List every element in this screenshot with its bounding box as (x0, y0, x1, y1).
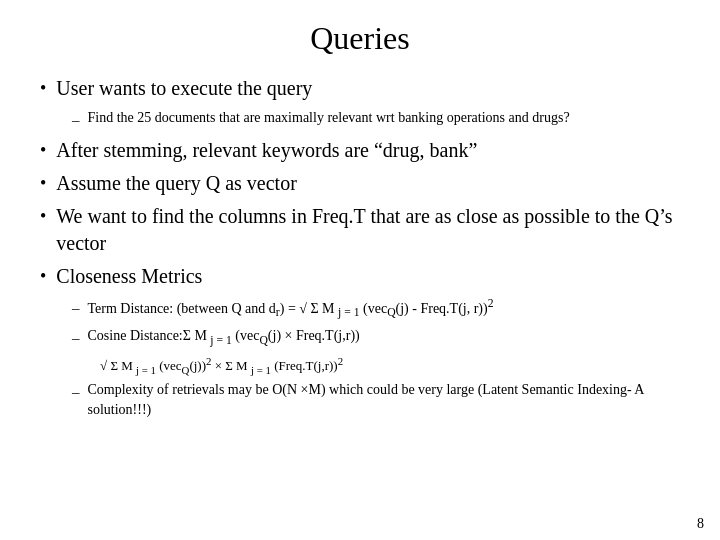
sub-dash-1a: – (72, 110, 80, 131)
sub-bullet-5b: – Cosine Distance:Σ M j = 1 (vecQ(j) × F… (72, 326, 680, 349)
sub-text-5d: Complexity of retrievals may be O(N ×M) … (88, 380, 681, 419)
sub-dash-5d: – (72, 382, 80, 403)
bullet-dot-2: • (40, 138, 46, 163)
bullet-text-1: User wants to execute the query (56, 75, 312, 102)
sub-bullet-1a: – Find the 25 documents that are maximal… (72, 108, 680, 131)
bullet-text-5: Closeness Metrics (56, 263, 202, 290)
sub-dash-5b: – (72, 328, 80, 349)
bullet-dot-5: • (40, 264, 46, 289)
slide-title: Queries (40, 20, 680, 57)
bullet-item-2: • After stemming, relevant keywords are … (40, 137, 680, 164)
sub-text-5a: Term Distance: (between Q and dr) = √ Σ … (88, 296, 494, 322)
sub-text-5b: Cosine Distance:Σ M j = 1 (vecQ(j) × Fre… (88, 326, 360, 349)
bullet-item-5: • Closeness Metrics (40, 263, 680, 290)
content-area: • User wants to execute the query – Find… (40, 75, 680, 419)
bullet-text-2: After stemming, relevant keywords are “d… (56, 137, 477, 164)
bullet-text-3: Assume the query Q as vector (56, 170, 297, 197)
sub-text-1a: Find the 25 documents that are maximally… (88, 108, 570, 128)
slide: Queries • User wants to execute the quer… (0, 0, 720, 540)
page-number: 8 (697, 516, 704, 532)
bullet-item-1: • User wants to execute the query (40, 75, 680, 102)
sub-bullet-5d: – Complexity of retrievals may be O(N ×M… (72, 380, 680, 419)
bullet-dot-4: • (40, 204, 46, 229)
bullet-item-4: • We want to find the columns in Freq.T … (40, 203, 680, 257)
cosine-denominator: √ Σ M j = 1 (vecQ(j))2 × Σ M j = 1 (Freq… (100, 353, 680, 378)
sub-dash-5a: – (72, 298, 80, 319)
bullet-dot-3: • (40, 171, 46, 196)
sub-bullet-5a: – Term Distance: (between Q and dr) = √ … (72, 296, 680, 322)
bullet-item-3: • Assume the query Q as vector (40, 170, 680, 197)
bullet-dot-1: • (40, 76, 46, 101)
bullet-text-4: We want to find the columns in Freq.T th… (56, 203, 680, 257)
